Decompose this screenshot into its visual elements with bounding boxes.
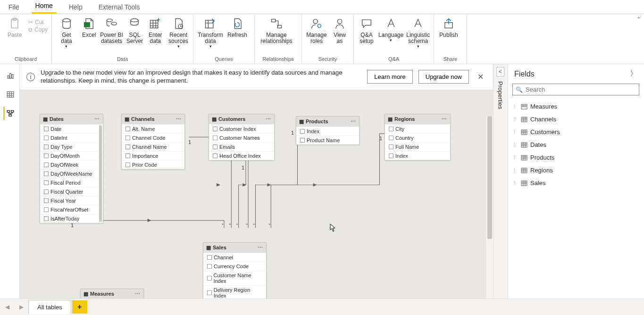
table-field[interactable]: Customer Index — [209, 124, 274, 133]
table-regions[interactable]: ▦Regions⋯ CityCountryFull NameIndex — [385, 114, 451, 161]
table-field[interactable]: Delivery Region Index — [203, 285, 266, 298]
upgrade-now-button[interactable]: Upgrade now — [418, 70, 469, 84]
table-field[interactable]: Channel — [203, 253, 266, 262]
table-customers[interactable]: ▦Customers⋯ Customer IndexCustomer Names… — [209, 114, 275, 161]
paste-button[interactable]: Paste — [3, 17, 26, 38]
next-page-button[interactable]: ▶ — [14, 299, 28, 315]
field-table-channels[interactable]: 〉Channels — [511, 114, 640, 125]
table-field[interactable]: Customer Name Index — [203, 271, 266, 285]
cut-button[interactable]: ✂Cut — [28, 19, 48, 26]
svg-point-14 — [337, 19, 342, 24]
get-data-button[interactable]: Get data▾ — [55, 17, 78, 49]
table-menu-icon[interactable]: ⋯ — [266, 116, 271, 122]
manage-relationships-button[interactable]: Manage relationships — [258, 17, 295, 44]
table-field[interactable]: FiscalYearOffset — [40, 205, 103, 214]
prev-page-button[interactable]: ◀ — [0, 299, 14, 315]
table-field[interactable]: Channel Code — [122, 133, 184, 142]
svg-rect-19 — [7, 92, 14, 97]
table-field[interactable]: Index — [296, 127, 359, 136]
field-table-measures[interactable]: 〉Measures — [511, 101, 640, 112]
table-field[interactable]: Fiscal Period — [40, 178, 103, 187]
table-menu-icon[interactable]: ⋯ — [94, 116, 100, 122]
copy-button[interactable]: ⧉Copy — [28, 26, 48, 33]
page-tab-all-tables[interactable]: All tables — [28, 300, 71, 314]
table-field[interactable]: Product Name — [296, 136, 359, 145]
svg-rect-33 — [521, 130, 527, 135]
report-view-button[interactable] — [3, 69, 17, 82]
enter-data-button[interactable]: Enter data — [146, 17, 165, 44]
canvas-scrollbar[interactable] — [486, 116, 493, 298]
field-table-customers[interactable]: 〉Customers — [511, 127, 640, 137]
column-icon — [300, 138, 305, 143]
tab-home[interactable]: Home — [32, 0, 57, 14]
clock-doc-icon — [172, 17, 185, 30]
table-field[interactable]: Fiscal Quarter — [40, 187, 103, 196]
table-menu-icon[interactable]: ⋯ — [442, 116, 447, 122]
sql-server-button[interactable]: SQL Server — [125, 17, 144, 44]
table-field[interactable]: Alt. Name — [122, 124, 184, 133]
tab-help[interactable]: Help — [65, 0, 86, 14]
table-field[interactable]: DayOfWeek — [40, 160, 103, 169]
qa-setup-button[interactable]: Q&A setup — [357, 17, 376, 44]
collapse-fields-button[interactable]: 〉 — [630, 69, 637, 79]
table-field[interactable]: IsAfterToday — [40, 214, 103, 223]
table-sales[interactable]: ▦Sales⋯ ChannelCurrency CodeCustomer Nam… — [203, 242, 267, 298]
table-field[interactable]: Full Name — [385, 142, 450, 151]
language-button[interactable]: Language▾ — [378, 17, 403, 43]
tab-file[interactable]: File — [5, 0, 23, 14]
table-field[interactable]: City — [385, 124, 450, 133]
powerbi-datasets-button[interactable]: Power BI datasets — [100, 17, 124, 44]
table-field[interactable]: DateInt — [40, 133, 103, 142]
svg-rect-34 — [521, 143, 527, 147]
table-field[interactable]: Fiscal Year — [40, 196, 103, 205]
field-table-sales[interactable]: 〉Sales — [511, 178, 640, 188]
recent-sources-button[interactable]: Recent sources▾ — [167, 17, 190, 49]
table-menu-icon[interactable]: ⋯ — [351, 119, 356, 125]
table-field[interactable]: Emails — [209, 142, 274, 151]
table-field[interactable]: Date — [40, 124, 103, 133]
fields-search[interactable]: 🔍 — [512, 84, 639, 95]
excel-button[interactable]: Excel — [80, 17, 98, 38]
table-field[interactable]: Index — [385, 151, 450, 160]
table-field[interactable]: DayOfWeekName — [40, 169, 103, 178]
expand-properties-button[interactable]: < — [496, 67, 504, 77]
table-field[interactable]: DayOfMonth — [40, 151, 103, 160]
table-field[interactable]: Currency Code — [203, 262, 266, 271]
table-field[interactable]: Channel Name — [122, 142, 184, 151]
table-field[interactable]: Customer Names — [209, 133, 274, 142]
field-table-products[interactable]: 〉Products — [511, 152, 640, 163]
table-field[interactable]: Importance — [122, 151, 184, 160]
person-eye-icon — [333, 17, 346, 30]
manage-roles-button[interactable]: Manage roles — [305, 17, 328, 44]
view-as-button[interactable]: View as — [330, 17, 349, 44]
tab-external-tools[interactable]: External Tools — [95, 0, 144, 14]
table-menu-icon[interactable]: ⋯ — [258, 245, 263, 251]
table-channels[interactable]: ▦Channels⋯ Alt. NameChannel CodeChannel … — [121, 114, 185, 170]
publish-button[interactable]: Publish — [437, 17, 460, 38]
table-field[interactable]: Day Type — [40, 142, 103, 151]
data-view-button[interactable] — [3, 88, 17, 101]
search-input[interactable] — [526, 86, 636, 93]
table-products[interactable]: ▦Products⋯ IndexProduct Name — [296, 116, 360, 145]
field-table-dates[interactable]: 〉Dates — [511, 139, 640, 150]
table-field[interactable]: Prior Code — [122, 160, 184, 169]
group-label-relationships: Relationships — [258, 55, 299, 63]
ribbon-collapse-icon[interactable]: ˄ — [637, 16, 640, 24]
table-menu-icon[interactable]: ⋯ — [176, 116, 182, 122]
table-field[interactable]: Country — [385, 133, 450, 142]
transform-data-button[interactable]: Transform data▾ — [196, 17, 225, 49]
close-banner-button[interactable]: ✕ — [475, 72, 486, 81]
properties-label: Properties — [497, 81, 504, 109]
table-measures[interactable]: ▦Measures⋯ — [80, 289, 144, 298]
learn-more-button[interactable]: Learn more — [367, 70, 412, 84]
table-menu-icon[interactable]: ⋯ — [135, 291, 141, 297]
table-dates[interactable]: ▦Dates⋯ DateDateIntDay TypeDayOfMonthDay… — [40, 114, 103, 223]
model-view-button[interactable] — [3, 107, 17, 120]
column-icon — [44, 153, 49, 158]
refresh-button[interactable]: Refresh — [226, 17, 248, 38]
linguistic-schema-button[interactable]: Linguistic schema▾ — [406, 17, 431, 49]
table-field[interactable]: Head Office Index — [209, 151, 274, 160]
field-table-regions[interactable]: 〉Regions — [511, 165, 640, 176]
add-page-button[interactable]: + — [72, 300, 87, 314]
model-canvas[interactable]: *** *** 1 1 1 1 1 ▦Dates⋯ DateDateIntDay… — [20, 90, 493, 298]
